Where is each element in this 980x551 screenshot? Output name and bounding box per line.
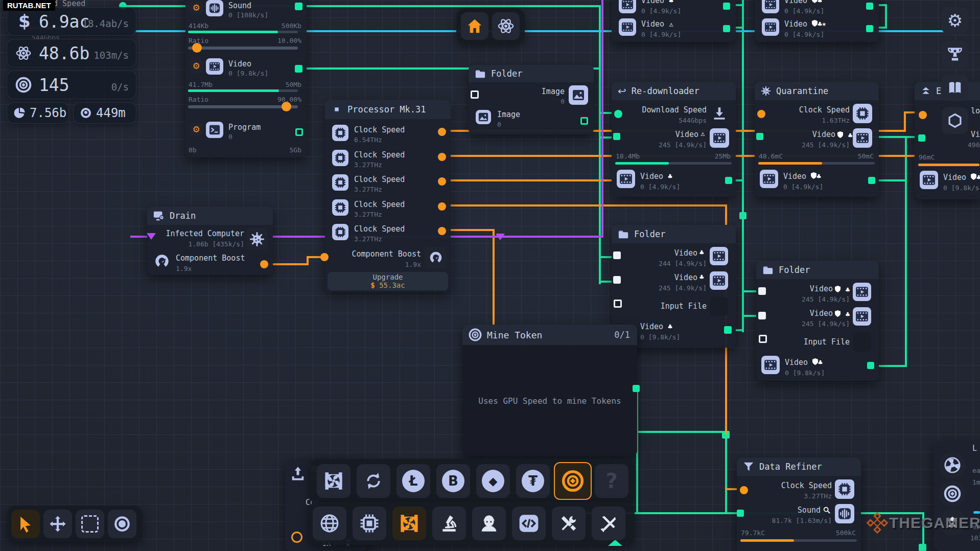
input-port[interactable] (740, 486, 748, 494)
input-port[interactable] (320, 253, 329, 261)
input-port[interactable] (919, 111, 927, 119)
cpu-button[interactable] (353, 507, 386, 540)
panel-redownloader[interactable]: ↩Re-downloader Download Speed 544Gbps Vi… (612, 82, 736, 197)
output-port[interactable] (723, 3, 730, 10)
ratio-slider[interactable] (188, 47, 298, 50)
input-port-empty[interactable] (471, 90, 479, 99)
token-button[interactable] (939, 480, 966, 507)
input-port[interactable] (758, 287, 766, 295)
select-mode-button[interactable] (11, 510, 40, 538)
panel-datarefiner[interactable]: Data Refiner Clock Speed 3.27THz Sound 8… (737, 457, 861, 551)
shield-icon (812, 20, 818, 27)
research-counter[interactable]: 48.6b 103m/s (7, 39, 136, 67)
panel-folder3[interactable]: Folder Video ♣ 245 [4.9k/s] Video ♣ 245 … (756, 261, 879, 381)
home-button[interactable] (461, 12, 488, 40)
hex-button[interactable] (942, 107, 968, 134)
achievements-button[interactable] (942, 41, 968, 67)
input-file-slot[interactable] (853, 332, 871, 352)
gpu-button-active[interactable] (392, 507, 426, 540)
ratio-knob[interactable] (282, 102, 291, 111)
output-port[interactable] (867, 362, 874, 369)
circle-mode-button[interactable] (108, 510, 136, 538)
panel-processor[interactable]: Processor Mk.31 Clock Speed 6.54THz Cloc… (325, 100, 451, 292)
wire (636, 431, 726, 433)
help-button[interactable]: ? (595, 464, 628, 498)
input-port-empty[interactable] (759, 335, 767, 343)
film-icon (617, 170, 635, 188)
shield-icon (835, 310, 841, 317)
output-port[interactable] (725, 177, 732, 184)
ratio-ring[interactable] (291, 532, 302, 543)
design-button[interactable] (592, 507, 625, 540)
input-port[interactable] (918, 134, 925, 142)
input-port[interactable] (737, 510, 744, 517)
input-port[interactable] (613, 133, 620, 140)
code-button[interactable] (512, 507, 546, 540)
refresh-button[interactable] (357, 464, 390, 498)
input-port[interactable] (614, 110, 622, 118)
research-button[interactable] (432, 507, 466, 540)
output-port-empty[interactable] (295, 128, 303, 136)
money-counter[interactable]: $ 6.9ac 18.4ab/s (7, 7, 136, 36)
bitcoin-button[interactable]: B (436, 464, 470, 498)
token-button-selected[interactable] (554, 462, 592, 500)
output-port[interactable] (438, 128, 446, 136)
panel-video-a[interactable]: Video ♣ 0 [4.9k/s] Video ⚠ 0 [4.9k/s] (612, 0, 736, 42)
meter-counter[interactable]: 449m (73, 102, 136, 124)
gear-box[interactable]: ⚙ (190, 123, 203, 136)
hacker-button[interactable] (472, 507, 506, 540)
pie-counter[interactable]: 7.56b (7, 102, 69, 124)
panel-drain[interactable]: Drain Infected Computer 1.06b [435k/s] C… (147, 206, 273, 275)
output-port[interactable] (438, 153, 446, 161)
canvas[interactable]: ad Speed 544Gbps $ 6.9ac 18.4ab/s 48.6b … (0, 0, 980, 551)
wire (446, 204, 727, 206)
input-port[interactable] (756, 133, 763, 140)
upgrade-button[interactable]: Upgrade $ 55.3ac (328, 272, 448, 290)
panel-components[interactable]: ⚙ Sound 0 [108k/s] 414Kb 500Kb Ratio 10.… (185, 0, 307, 157)
input-port-empty[interactable] (614, 300, 622, 308)
input-port[interactable] (613, 251, 621, 259)
tether-button[interactable]: ₮ (516, 464, 550, 498)
output-port[interactable] (438, 177, 446, 186)
output-port[interactable] (633, 385, 640, 392)
output-port-empty[interactable] (580, 117, 588, 125)
output-port[interactable] (723, 25, 730, 32)
output-port[interactable] (260, 260, 268, 268)
input-port[interactable] (758, 312, 766, 319)
ethereum-button[interactable]: ◆ (476, 464, 510, 498)
output-port[interactable] (866, 3, 873, 10)
guide-button[interactable] (942, 75, 968, 101)
input-port[interactable] (613, 276, 621, 284)
tools-button[interactable] (552, 507, 586, 540)
marquee-mode-button[interactable] (76, 510, 104, 538)
panel-video-b[interactable]: Video ♣ 0 [4.9k/s] Video ♣✶ 0 [4.9k/s] (755, 0, 879, 42)
token-counter[interactable]: 145 0/s (7, 71, 136, 99)
output-port[interactable] (438, 202, 446, 211)
input-port[interactable] (757, 110, 765, 118)
pull-indicator[interactable] (608, 540, 622, 546)
gear-box[interactable]: ⚙ (190, 59, 203, 73)
gear-box[interactable]: ⚙ (190, 1, 203, 14)
output-port[interactable] (866, 25, 873, 32)
move-mode-button[interactable] (43, 510, 72, 538)
shutter-button[interactable] (939, 452, 966, 478)
output-port[interactable] (295, 3, 302, 10)
network-button[interactable] (313, 507, 346, 540)
litecoin-button[interactable]: Ł (396, 464, 430, 498)
gpu-button[interactable] (317, 464, 351, 498)
panel-folder1[interactable]: Folder Image 0 Image 0 (469, 65, 594, 134)
gauge-lo: 41.7Mb (189, 81, 213, 88)
output-port[interactable] (295, 65, 302, 73)
ratio-knob[interactable] (192, 43, 202, 53)
input-file-slot[interactable] (710, 296, 728, 316)
panel-quarantine[interactable]: Quarantine Clock Speed 1.63THz Video ♣✶ … (755, 82, 879, 197)
pie-icon (13, 107, 26, 119)
output-port[interactable] (438, 227, 446, 235)
settings-button[interactable]: ⚙ (942, 7, 968, 34)
output-port[interactable] (724, 326, 732, 334)
research-button[interactable] (492, 12, 520, 40)
output-port[interactable] (868, 177, 875, 184)
input-port[interactable] (147, 233, 156, 240)
panel-minetoken[interactable]: Mine Token0/1 Uses GPU Speed to mine Tok… (462, 325, 637, 456)
gauge-box (425, 247, 447, 268)
